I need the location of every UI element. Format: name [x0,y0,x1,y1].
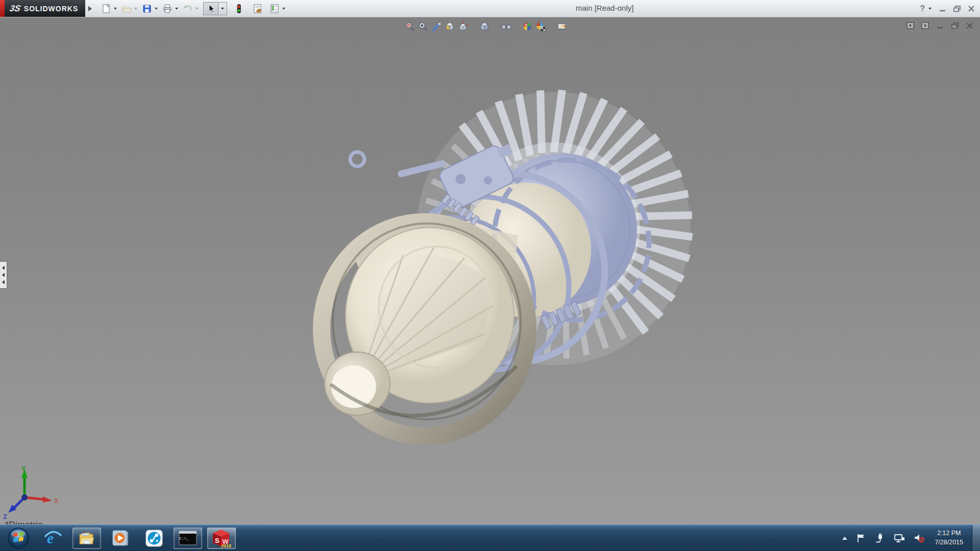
traffic-light-icon [233,3,244,14]
sw-letter-s: S [215,537,219,544]
collapse-arrow-icon [2,280,5,284]
taskbar-item-windows-explorer[interactable] [72,528,101,549]
undo-arrow-icon [182,3,193,14]
solidworks-app-icon: S W 2015 [211,529,232,548]
triad-y-label: Y [21,465,26,472]
open-dropdown-icon[interactable] [134,8,137,10]
clock-date: 7/28/2015 [935,538,963,547]
select-cursor-icon [206,4,215,14]
help-dropdown-icon[interactable] [928,8,932,10]
network-status-button[interactable] [893,532,906,544]
taskbar-item-command-prompt[interactable]: C:\_ [174,528,202,549]
sw-badge: 2015 [220,543,232,548]
volume-muted-button[interactable] [913,532,926,544]
ds-logo-icon: 3S [9,4,21,14]
view-orientation-icon [457,21,469,32]
file-properties-icon [252,3,263,14]
display-style-button[interactable] [478,20,491,33]
triad-z-label: Z [3,513,7,520]
solidworks-menu-button[interactable]: 3S SOLIDWORKS [5,0,85,17]
collapse-arrow-icon [2,266,5,270]
minimize-icon [938,5,947,13]
undo-dropdown-icon[interactable] [195,8,199,10]
collapse-pane-right-button[interactable] [920,21,930,31]
options-button[interactable] [268,2,281,15]
zoom-to-area-icon [418,21,429,32]
feature-panel-collapse-tab[interactable] [0,261,7,289]
show-hidden-icons-button[interactable] [841,536,848,541]
new-document-button[interactable] [100,2,113,15]
print-dropdown-icon[interactable] [175,8,178,10]
hide-show-items-button[interactable] [499,20,512,33]
jet-engine-model[interactable] [0,17,980,525]
app-minimize-button[interactable] [937,4,948,14]
media-player-icon [111,529,130,547]
start-button[interactable] [5,525,32,551]
taskbar-item-media-player[interactable] [106,528,135,549]
clock-time: 2:12 PM [935,529,963,538]
collapse-arrow-icon [2,273,5,277]
save-floppy-icon [141,3,153,14]
share-app-icon [145,529,163,547]
power-status-button[interactable] [874,532,886,544]
file-properties-button[interactable] [251,2,264,15]
flag-icon [856,533,866,543]
printer-icon [162,3,173,14]
tray-clock[interactable]: 2:12 PM 7/28/2015 [935,529,963,547]
view-settings-icon [556,21,568,32]
view-settings-button[interactable] [555,20,569,33]
section-view-icon [444,21,455,32]
doc-restore-icon [951,22,959,30]
select-tool-button[interactable] [203,2,218,15]
graphics-viewport[interactable]: Y X Z *Dimetric [0,17,980,525]
doc-restore-button[interactable] [950,21,960,31]
edit-appearance-button[interactable] [521,20,534,33]
doc-minimize-button[interactable] [935,21,945,31]
titlebar: 3S SOLIDWORKS [0,0,980,17]
options-dropdown-icon[interactable] [282,8,285,10]
collapse-pane-left-button[interactable] [905,21,916,31]
rebuild-traffic-light-button[interactable] [232,2,246,15]
triad-x-label: X [54,497,59,505]
show-desktop-button[interactable] [972,525,980,551]
previous-view-icon [431,21,442,32]
help-button[interactable]: ? [920,4,925,13]
reference-triad: Y X Z [1,465,67,522]
action-center-button[interactable] [855,532,867,544]
zoom-to-area-button[interactable] [416,20,430,33]
app-close-button[interactable] [966,4,977,14]
apply-scene-button[interactable] [534,20,547,33]
doc-close-icon [966,22,974,30]
select-tool-group [203,2,227,15]
internet-explorer-icon: e [44,529,62,547]
open-folder-icon [121,3,132,14]
app-restore-button[interactable] [951,4,963,14]
network-icon [894,533,905,543]
taskbar-item-solidworks[interactable]: S W 2015 [207,528,236,549]
new-document-icon [101,3,112,14]
save-button[interactable] [140,2,154,15]
exhaust-assembly [322,222,528,436]
document-window-controls [905,21,975,31]
taskbar-item-share-app[interactable] [140,528,168,549]
folder-explorer-icon [78,530,96,547]
display-style-icon [479,21,490,32]
brand-text: SOLIDWORKS [24,5,78,13]
window-controls: ? [920,0,977,17]
view-orientation-button[interactable] [456,20,470,33]
select-tool-dropdown[interactable] [218,2,227,15]
open-document-button[interactable] [120,2,133,15]
save-dropdown-icon[interactable] [155,8,158,10]
apply-scene-icon [535,21,546,32]
taskbar-item-internet-explorer[interactable]: e [39,528,67,549]
undo-button[interactable] [181,2,194,15]
zoom-to-fit-button[interactable] [403,20,416,33]
menu-expand-arrow-icon[interactable] [88,6,92,11]
previous-view-button[interactable] [430,20,443,33]
doc-close-button[interactable] [965,21,975,31]
section-view-button[interactable] [443,20,456,33]
window-title: main [Read-only] [576,4,633,12]
print-button[interactable] [161,2,174,15]
new-dropdown-icon[interactable] [114,8,117,10]
close-icon [967,5,976,13]
